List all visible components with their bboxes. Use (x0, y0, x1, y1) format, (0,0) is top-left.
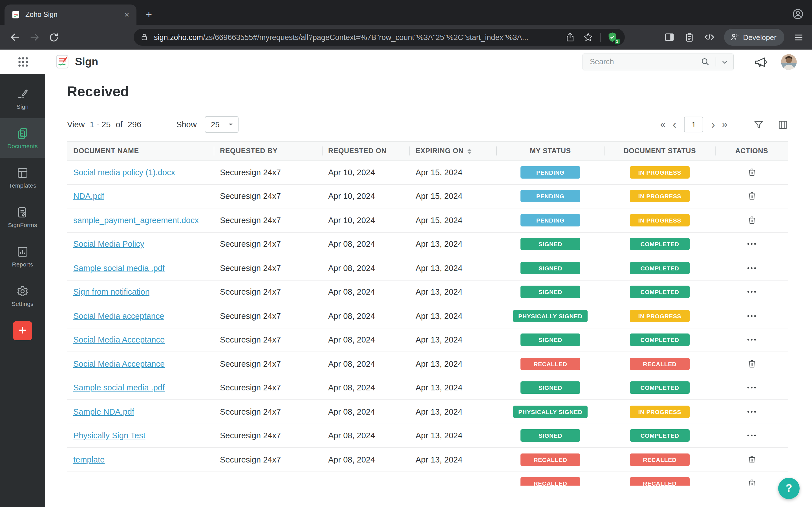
document-name-link[interactable]: Sample NDA.pdf (73, 407, 134, 416)
document-name-link[interactable]: Social Media Policy (73, 240, 144, 249)
toolbar-right-cluster: Developer (654, 29, 804, 46)
requested-on-cell: Apr 08, 2024 (328, 359, 375, 369)
more-actions-button[interactable] (744, 408, 759, 416)
delete-button[interactable] (745, 452, 759, 467)
search-input[interactable] (590, 57, 696, 66)
document-name-link[interactable]: Sample social media .pdf (73, 383, 165, 392)
more-actions-button[interactable] (744, 264, 759, 272)
expiring-on-cell: Apr 13, 2024 (416, 288, 462, 297)
table-row: Social Media Acceptance Securesign 24x7 … (67, 328, 788, 352)
document-name-link[interactable]: template (73, 455, 105, 464)
sidebar-item-templates[interactable]: Templates (0, 158, 45, 197)
requested-on-cell: Apr 10, 2024 (328, 168, 375, 177)
delete-button[interactable] (745, 189, 759, 204)
url-bar[interactable]: sign.zoho.com/zs/669663555#/myrequests/a… (134, 29, 625, 46)
requested-on-cell: Apr 08, 2024 (328, 335, 375, 344)
document-name-link[interactable]: Sign from notification (73, 288, 150, 297)
requested-on-cell: Apr 08, 2024 (328, 407, 375, 416)
more-actions-button[interactable] (744, 432, 759, 440)
document-name-link[interactable]: Social Media Acceptance (73, 359, 165, 369)
sidebar-item-signforms[interactable]: SignForms (0, 197, 45, 237)
requested-on-cell: Apr 08, 2024 (328, 264, 375, 273)
document-status-badge: COMPLETED (630, 286, 690, 298)
document-name-link[interactable]: Social media policy (1).docx (73, 168, 175, 177)
add-document-button[interactable]: + (13, 321, 32, 340)
delete-button[interactable] (745, 356, 759, 371)
document-name-link[interactable]: Social Media acceptance (73, 312, 164, 321)
apps-grid-icon[interactable] (17, 55, 29, 68)
expiring-on-cell: Apr 15, 2024 (416, 168, 462, 177)
document-status-badge: COMPLETED (630, 334, 690, 346)
user-avatar[interactable] (781, 54, 797, 69)
more-actions-button[interactable] (744, 384, 759, 392)
my-status-badge: SIGNED (520, 430, 580, 442)
rows-per-page-select[interactable]: 25 (205, 116, 239, 133)
requested-on-cell: Apr 08, 2024 (328, 455, 375, 464)
my-status-badge: PENDING (520, 190, 580, 203)
code-icon[interactable] (703, 32, 715, 43)
view-range-text: View1 - 25of296 (67, 120, 146, 129)
back-button[interactable] (7, 29, 24, 46)
column-header-expiring-on[interactable]: EXPIRING ON (409, 142, 496, 160)
reload-button[interactable] (45, 29, 62, 46)
next-page-button[interactable]: › (708, 117, 718, 132)
sign-icon (16, 88, 29, 100)
document-name-link[interactable]: NDA.pdf (73, 192, 104, 201)
search-options-chevron-icon[interactable] (721, 58, 728, 66)
table-row: Sample NDA.pdf Securesign 24x7 Apr 08, 2… (67, 400, 788, 424)
last-page-button[interactable]: » (718, 117, 731, 132)
sidebar-item-reports[interactable]: Reports (0, 237, 45, 276)
delete-button[interactable] (745, 476, 759, 486)
page-number-input[interactable]: 1 (684, 117, 703, 132)
delete-button[interactable] (745, 213, 759, 228)
page-title: Received (67, 83, 788, 103)
side-panel-icon[interactable] (663, 32, 675, 43)
my-status-badge: RECALLED (520, 358, 580, 370)
more-dots-icon (747, 338, 757, 342)
document-name-link[interactable]: Physically Sign Test (73, 431, 146, 440)
table-row: template Securesign 24x7 Apr 08, 2024 Ap… (67, 448, 788, 472)
more-actions-button[interactable] (744, 288, 759, 296)
shield-extension-icon[interactable]: 1 (607, 32, 618, 43)
table-row: Social Media Acceptance Securesign 24x7 … (67, 352, 788, 376)
url-domain: sign.zoho.com (154, 33, 203, 41)
more-actions-button[interactable] (744, 336, 759, 344)
tab-close-icon[interactable]: × (122, 10, 132, 20)
filter-icon[interactable] (753, 119, 764, 130)
expiring-on-cell: Apr 13, 2024 (416, 335, 462, 344)
signforms-icon (16, 206, 29, 218)
sidebar-item-documents[interactable]: Documents (0, 118, 45, 158)
browser-profile-icon[interactable] (792, 8, 804, 20)
forward-button[interactable] (26, 29, 43, 46)
first-page-button[interactable]: « (657, 117, 669, 132)
share-icon[interactable] (565, 32, 575, 42)
prev-page-button[interactable]: ‹ (669, 117, 679, 132)
clipboard-icon[interactable] (684, 32, 695, 43)
announcements-icon[interactable] (754, 55, 767, 68)
column-header-document-status: DOCUMENT STATUS (605, 142, 715, 160)
document-name-link[interactable]: sample_payment_agreement.docx (73, 216, 199, 225)
column-header-requested-by: REQUESTED BY (214, 142, 322, 160)
sidebar-item-settings[interactable]: Settings (0, 276, 45, 316)
bookmark-star-icon[interactable] (583, 32, 593, 42)
sidebar-item-sign[interactable]: Sign (0, 79, 45, 118)
table-row: Social Media Policy Securesign 24x7 Apr … (67, 232, 788, 256)
help-button[interactable]: ? (778, 478, 800, 499)
document-name-link[interactable]: Sample social media .pdf (73, 264, 165, 273)
expiring-on-cell: Apr 13, 2024 (416, 359, 462, 369)
browser-menu-icon[interactable] (794, 32, 804, 43)
more-actions-button[interactable] (744, 240, 759, 248)
search-box[interactable] (582, 53, 733, 70)
manage-columns-icon[interactable] (777, 119, 788, 130)
browser-tab[interactable]: Zoho Sign × (4, 4, 137, 25)
developer-button[interactable]: Developer (724, 29, 784, 46)
expiring-on-cell: Apr 13, 2024 (416, 240, 462, 249)
document-name-link[interactable]: Social Media Acceptance (73, 335, 165, 344)
new-tab-button[interactable]: + (142, 7, 156, 22)
search-icon[interactable] (700, 57, 710, 66)
sort-icon[interactable] (467, 148, 472, 154)
delete-button[interactable] (745, 165, 759, 180)
requested-on-cell: Apr 08, 2024 (328, 240, 375, 249)
my-status-badge: PHYSICALLY SIGNED (513, 310, 587, 322)
more-actions-button[interactable] (744, 312, 759, 320)
